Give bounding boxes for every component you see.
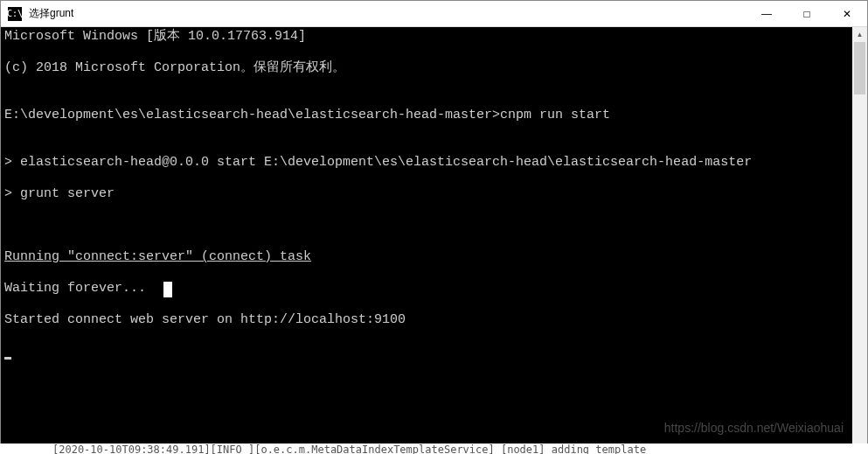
terminal-line: (c) 2018 Microsoft Corporation。保留所有权利。 (4, 60, 849, 76)
terminal-window: C:\ 选择grunt — □ ✕ Microsoft Windows [版本 … (0, 0, 868, 454)
close-button[interactable]: ✕ (827, 1, 867, 26)
terminal-line: E:\development\es\elasticsearch-head\ela… (4, 108, 849, 123)
terminal-line: > grunt server (4, 186, 849, 202)
scrollbar-track[interactable] (852, 42, 867, 438)
clipped-background-text: [2020-10-10T09:38:49.191][INFO ][o.e.c.m… (0, 444, 868, 454)
terminal-wrapper: Microsoft Windows [版本 10.0.17763.914] (c… (1, 27, 867, 453)
watermark-text: https://blog.csdn.net/Weixiaohuai (664, 421, 844, 436)
scroll-up-button[interactable]: ▲ (852, 27, 867, 42)
scrollbar-thumb[interactable] (854, 42, 865, 94)
selection-cursor (163, 282, 172, 297)
terminal-output[interactable]: Microsoft Windows [版本 10.0.17763.914] (c… (1, 27, 852, 453)
minimize-button[interactable]: — (746, 1, 787, 26)
window-title: 选择grunt (29, 6, 746, 21)
terminal-caret-line (4, 344, 849, 360)
vertical-scrollbar[interactable]: ▲ ▼ (852, 27, 867, 453)
terminal-line: Started connect web server on http://loc… (4, 312, 849, 328)
window-icon: C:\ (8, 7, 22, 21)
terminal-line: > elasticsearch-head@0.0.0 start E:\deve… (4, 155, 849, 171)
maximize-button[interactable]: □ (787, 1, 827, 26)
window-controls: — □ ✕ (746, 1, 867, 26)
titlebar[interactable]: C:\ 选择grunt — □ ✕ (1, 1, 867, 27)
caret-icon (4, 357, 11, 360)
terminal-line: Waiting forever... (4, 281, 849, 297)
terminal-line: Running "connect:server" (connect) task (4, 249, 849, 265)
terminal-line: Microsoft Windows [版本 10.0.17763.914] (4, 29, 849, 45)
